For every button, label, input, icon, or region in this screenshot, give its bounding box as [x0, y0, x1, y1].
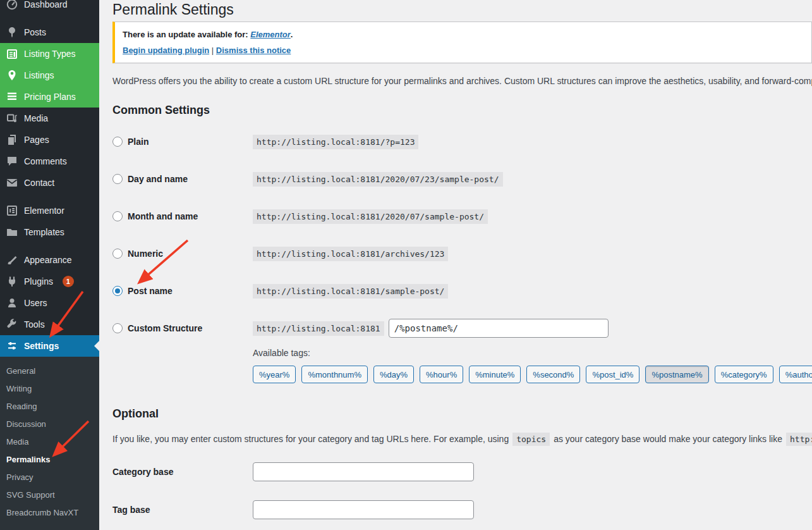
optional-desc-part2: as your category base would make your ca…	[554, 434, 782, 444]
custom-structure-row: Custom Structure http://listing.local:81…	[112, 317, 812, 339]
sidebar-item-label: Appearance	[24, 255, 72, 265]
tag-button-day[interactable]: %day%	[373, 366, 414, 383]
comments-icon	[6, 155, 18, 168]
listings-icon	[6, 69, 18, 82]
permalink-option-label[interactable]: Day and name	[128, 174, 188, 184]
sidebar-item-contact[interactable]: Contact	[0, 172, 99, 194]
sidebar-item-pricing-plans[interactable]: Pricing Plans	[0, 86, 99, 108]
submenu-item-label: Reading	[6, 402, 37, 411]
submenu-item-breadcrumb-navxt[interactable]: Breadcrumb NavXT	[0, 503, 99, 521]
sidebar-item-pages[interactable]: Pages	[0, 129, 99, 151]
admin-menu: DashboardPostsListing TypesListingsPrici…	[0, 0, 99, 357]
menu-separator	[0, 15, 99, 22]
sidebar-item-listing-types[interactable]: Listing Types	[0, 43, 99, 65]
sidebar-item-media[interactable]: Media	[0, 108, 99, 129]
common-settings-heading: Common Settings	[112, 104, 812, 116]
tag-button-post_id[interactable]: %post_id%	[586, 366, 639, 383]
sidebar-item-label: Users	[24, 298, 47, 308]
sidebar-item-settings[interactable]: Settings	[0, 335, 99, 357]
permalink-option-label[interactable]: Numeric	[128, 249, 163, 259]
optional-field-row: Tag base	[112, 500, 812, 519]
submenu-item-svg-support[interactable]: SVG Support	[0, 486, 99, 503]
tag-button-minute[interactable]: %minute%	[469, 366, 521, 383]
available-tags-row: %year%%monthnum%%day%%hour%%minute%%seco…	[253, 366, 812, 383]
available-tags-block: Available tags: %year%%monthnum%%day%%ho…	[253, 348, 812, 383]
radio-numeric[interactable]	[112, 249, 123, 259]
submenu-item-discussion[interactable]: Discussion	[0, 415, 99, 433]
dismiss-notice-link[interactable]: Dismiss this notice	[216, 46, 291, 55]
optional-desc-part1: If you like, you may enter custom struct…	[112, 434, 509, 444]
sidebar-item-label: Pricing Plans	[24, 92, 76, 102]
tag-button-postname[interactable]: %postname%	[645, 366, 708, 383]
current-menu-arrow	[94, 341, 99, 351]
sidebar-item-dashboard[interactable]: Dashboard	[0, 0, 99, 15]
pages-icon	[6, 133, 18, 146]
custom-structure-input[interactable]	[389, 319, 609, 338]
submenu-item-label: Writing	[6, 384, 32, 393]
tag-button-year[interactable]: %year%	[253, 366, 296, 383]
optional-desc-code2: http://listing.local:8181/topics/uncateg…	[786, 433, 812, 446]
tag-button-monthnum[interactable]: %monthnum%	[301, 366, 368, 383]
tag-button-second[interactable]: %second%	[526, 366, 580, 383]
tag-base-input[interactable]	[253, 500, 474, 519]
tag-button-author[interactable]: %author%	[779, 366, 812, 383]
permalink-option-label[interactable]: Post name	[128, 286, 173, 296]
appearance-icon	[6, 254, 18, 266]
sidebar-item-label: Templates	[24, 227, 64, 237]
submenu-item-label: Breadcrumb NavXT	[6, 508, 78, 517]
submenu-item-label: Discussion	[6, 419, 46, 429]
optional-base-fields: Category baseTag base	[112, 462, 812, 519]
page-title: Permalink Settings	[112, 0, 812, 19]
sidebar-item-templates[interactable]: Templates	[0, 221, 99, 243]
permalink-option-row: Month and namehttp://listing.local:8181/…	[112, 205, 812, 227]
submenu-item-label: Permalinks	[6, 455, 50, 464]
permalink-example-url: http://listing.local:8181/sample-post/	[253, 284, 448, 299]
sidebar-item-label: Plugins	[24, 276, 53, 287]
submenu-item-reading[interactable]: Reading	[0, 397, 99, 415]
optional-desc-code1: topics	[512, 433, 550, 446]
dashboard-icon	[6, 0, 18, 11]
radio-post-name[interactable]	[112, 286, 123, 296]
sidebar-item-listings[interactable]: Listings	[0, 65, 99, 86]
optional-description: If you like, you may enter custom struct…	[112, 433, 812, 446]
sidebar-item-comments[interactable]: Comments	[0, 151, 99, 172]
sidebar-item-label: Contact	[24, 178, 54, 188]
settings-submenu: GeneralWritingReadingDiscussionMediaPerm…	[0, 357, 99, 530]
submenu-item-general[interactable]: General	[0, 362, 99, 379]
notice-separator: |	[212, 46, 214, 55]
permalink-option-label[interactable]: Plain	[128, 137, 148, 147]
radio-plain[interactable]	[112, 137, 123, 147]
custom-structure-value: http://listing.local:8181	[253, 319, 609, 338]
custom-structure-label[interactable]: Custom Structure	[128, 323, 202, 333]
pricing-plans-icon	[6, 90, 18, 103]
sidebar-item-plugins[interactable]: Plugins1	[0, 271, 99, 292]
submenu-item-media[interactable]: Media	[0, 433, 99, 450]
sidebar-item-elementor[interactable]: Elementor	[0, 200, 99, 221]
tools-icon	[6, 318, 18, 331]
sidebar-item-users[interactable]: Users	[0, 292, 99, 314]
media-icon	[6, 112, 18, 125]
submenu-item-privacy[interactable]: Privacy	[0, 468, 99, 486]
submenu-item-writing[interactable]: Writing	[0, 379, 99, 397]
permalink-example-url: http://listing.local:8181/2020/07/sample…	[253, 209, 488, 224]
submenu-item-permalinks[interactable]: Permalinks	[0, 450, 99, 468]
elementor-icon	[6, 204, 18, 217]
custom-structure-radio[interactable]	[112, 323, 123, 333]
sidebar-item-posts[interactable]: Posts	[0, 22, 99, 43]
radio-day-and-name[interactable]	[112, 174, 123, 184]
sidebar-item-tools[interactable]: Tools	[0, 314, 99, 335]
radio-month-and-name[interactable]	[112, 211, 123, 221]
elementor-link[interactable]: Elementor	[250, 30, 291, 39]
category-base-input[interactable]	[253, 462, 474, 481]
sidebar-item-label: Tools	[24, 319, 45, 330]
submenu-item-label: Privacy	[6, 472, 33, 482]
sidebar-item-label: Settings	[24, 341, 59, 351]
tag-button-hour[interactable]: %hour%	[420, 366, 463, 383]
permalink-option-row: Day and namehttp://listing.local:8181/20…	[112, 168, 812, 190]
permalink-option-label[interactable]: Month and name	[128, 211, 198, 221]
sidebar-item-appearance[interactable]: Appearance	[0, 249, 99, 271]
begin-updating-plugin-link[interactable]: Begin updating plugin	[123, 46, 209, 55]
tag-button-category[interactable]: %category%	[715, 366, 773, 383]
update-notice-actions: Begin updating plugin | Dismiss this not…	[123, 46, 804, 55]
listing-types-icon	[6, 47, 18, 60]
